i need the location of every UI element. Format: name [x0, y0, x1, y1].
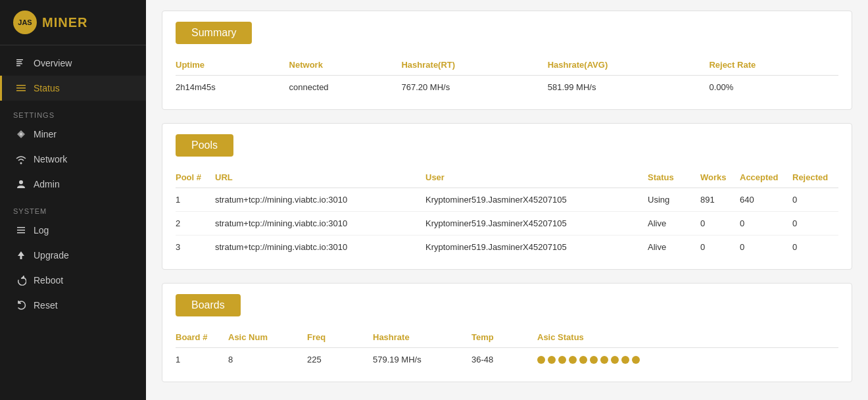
pool-accepted: 640 — [740, 188, 792, 212]
summary-row: 2h14m45s connected 767.20 MH/s 581.99 MH… — [176, 76, 838, 99]
sidebar-item-log-label: Log — [34, 225, 49, 236]
svg-rect-11 — [17, 230, 25, 231]
svg-rect-1 — [16, 61, 22, 63]
svg-rect-12 — [17, 232, 25, 234]
sidebar-item-admin-label: Admin — [34, 179, 60, 189]
pool-url: stratum+tcp://mining.viabtc.io:3010 — [215, 236, 425, 259]
pool-rejected: 0 — [792, 188, 838, 212]
sidebar-item-upgrade-label: Upgrade — [34, 250, 69, 261]
summary-col-network: Network — [289, 55, 402, 76]
pools-col-status: Status — [648, 167, 700, 188]
board-asic-num: 8 — [228, 348, 307, 372]
asic-dots — [537, 356, 831, 364]
asic-dot — [579, 356, 587, 364]
sidebar-item-reboot-label: Reboot — [34, 275, 63, 286]
asic-dot — [632, 356, 640, 364]
sidebar-item-overview-label: Overview — [34, 58, 72, 68]
sidebar-item-miner-label: Miner — [34, 129, 57, 139]
settings-section-label: SETTINGS — [0, 101, 146, 122]
asic-dot — [558, 356, 566, 364]
svg-rect-4 — [16, 85, 26, 86]
pool-works: 0 — [700, 212, 740, 236]
summary-hashrate-avg: 581.99 MH/s — [548, 76, 710, 99]
boards-col-temp: Temp — [471, 327, 537, 348]
svg-point-9 — [19, 180, 23, 184]
sidebar-item-reset[interactable]: Reset — [0, 293, 146, 318]
board-temp: 36-48 — [471, 348, 537, 372]
summary-hashrate-rt: 767.20 MH/s — [401, 76, 547, 99]
pool-user: Kryptominer519.JasminerX45207105 — [425, 188, 648, 212]
asic-dot — [621, 356, 629, 364]
boards-col-hashrate: Hashrate — [373, 327, 471, 348]
svg-rect-5 — [16, 88, 26, 89]
pool-works: 891 — [700, 188, 740, 212]
status-icon — [15, 82, 27, 94]
reboot-icon — [15, 274, 27, 286]
pool-url: stratum+tcp://mining.viabtc.io:3010 — [215, 212, 425, 236]
sidebar-item-status[interactable]: Status — [0, 76, 146, 101]
pools-col-num: Pool # — [176, 167, 215, 188]
upgrade-icon — [15, 249, 27, 261]
pools-col-works: Works — [700, 167, 740, 188]
pool-accepted: 0 — [740, 212, 792, 236]
asic-dot — [548, 356, 556, 364]
pool-works: 0 — [700, 236, 740, 259]
summary-network: connected — [289, 76, 402, 99]
main-content: Summary Uptime Network Hashrate(RT) Hash… — [146, 0, 868, 400]
asic-dot — [537, 356, 545, 364]
pools-col-user: User — [425, 167, 648, 188]
pools-col-rejected: Rejected — [792, 167, 838, 188]
pools-col-accepted: Accepted — [740, 167, 792, 188]
pools-table: Pool # URL User Status Works Accepted Re… — [176, 167, 838, 259]
boards-col-freq: Freq — [307, 327, 373, 348]
pool-num: 1 — [176, 188, 215, 212]
pool-status: Alive — [648, 236, 700, 259]
boards-col-asic-status: Asic Status — [537, 327, 838, 348]
board-num: 1 — [176, 348, 228, 372]
summary-col-uptime: Uptime — [176, 55, 289, 76]
logo-icon: JAS — [13, 11, 37, 34]
network-icon — [15, 153, 27, 165]
pool-num: 2 — [176, 212, 215, 236]
sidebar-item-miner[interactable]: Miner — [0, 122, 146, 147]
overview-icon — [15, 57, 27, 69]
system-section-label: SYSTEM — [0, 197, 146, 218]
sidebar-item-admin[interactable]: Admin — [0, 172, 146, 197]
summary-reject-rate: 0.00% — [709, 76, 838, 99]
sidebar-item-reset-label: Reset — [34, 300, 58, 311]
pool-status: Using — [648, 188, 700, 212]
summary-table: Uptime Network Hashrate(RT) Hashrate(AVG… — [176, 55, 838, 99]
sidebar-item-network[interactable]: Network — [0, 147, 146, 172]
pool-user: Kryptominer519.JasminerX45207105 — [425, 236, 648, 259]
sidebar-item-overview[interactable]: Overview — [0, 51, 146, 76]
asic-dot — [590, 356, 598, 364]
sidebar-item-reboot[interactable]: Reboot — [0, 268, 146, 293]
pools-section: Pools Pool # URL User Status Works Accep… — [162, 123, 852, 270]
pool-rejected: 0 — [792, 212, 838, 236]
sidebar-item-log[interactable]: Log — [0, 218, 146, 243]
asic-dot — [569, 356, 577, 364]
admin-icon — [15, 178, 27, 190]
pool-row: 2 stratum+tcp://mining.viabtc.io:3010 Kr… — [176, 212, 838, 236]
asic-dot — [611, 356, 619, 364]
sidebar-item-upgrade[interactable]: Upgrade — [0, 243, 146, 268]
board-freq: 225 — [307, 348, 373, 372]
sidebar: JAS MINER Overview Status SETTINGS Miner… — [0, 0, 146, 400]
svg-rect-2 — [16, 63, 22, 64]
summary-col-hashrate-rt: Hashrate(RT) — [401, 55, 547, 76]
summary-section: Summary Uptime Network Hashrate(RT) Hash… — [162, 11, 852, 110]
pools-col-url: URL — [215, 167, 425, 188]
logo-area: JAS MINER — [0, 0, 146, 45]
pool-url: stratum+tcp://mining.viabtc.io:3010 — [215, 188, 425, 212]
pool-accepted: 0 — [740, 236, 792, 259]
boards-table: Board # Asic Num Freq Hashrate Temp Asic… — [176, 327, 838, 371]
pool-row: 1 stratum+tcp://mining.viabtc.io:3010 Kr… — [176, 188, 838, 212]
svg-point-8 — [20, 162, 22, 164]
miner-icon — [15, 128, 27, 140]
pool-rejected: 0 — [792, 236, 838, 259]
reset-icon — [15, 299, 27, 311]
logo-text: MINER — [42, 15, 87, 30]
summary-col-hashrate-avg: Hashrate(AVG) — [548, 55, 710, 76]
boards-section: Boards Board # Asic Num Freq Hashrate Te… — [162, 283, 852, 382]
board-row: 1 8 225 579.19 MH/s 36-48 — [176, 348, 838, 372]
